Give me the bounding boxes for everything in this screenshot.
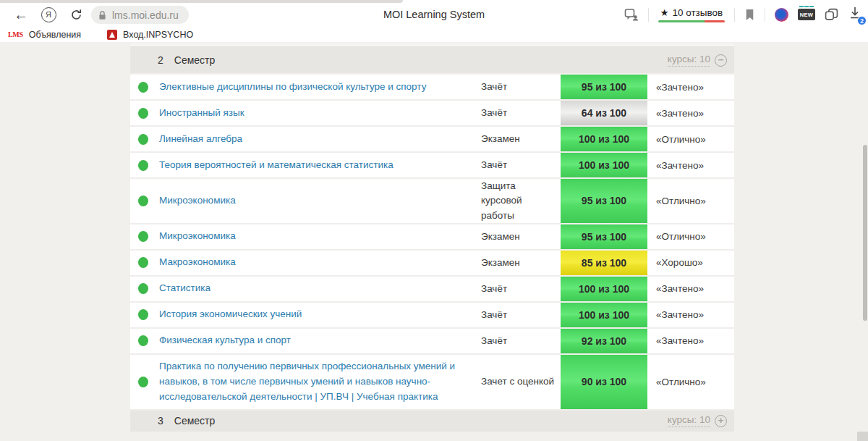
- course-link[interactable]: Микроэкономика: [159, 195, 236, 206]
- bookmark-label: Вход.INPSYCHO: [123, 30, 193, 40]
- browser-chrome: ← Я lms.moi.edu.ru MOI Learning System: [0, 0, 868, 42]
- table-row: МикроэкономикаЗащита курсовой работы95 и…: [130, 179, 734, 224]
- semester-number: 3: [158, 415, 163, 427]
- inpsycho-favicon: [107, 30, 117, 40]
- scrollbar-thumb[interactable]: [863, 145, 867, 321]
- refresh-icon: [70, 9, 82, 21]
- collapse-icon[interactable]: −: [715, 54, 727, 67]
- score-badge: 100 из 100: [561, 303, 647, 327]
- status-dot-icon: [138, 335, 148, 346]
- status-dot-icon: [138, 257, 148, 268]
- courses-count-link[interactable]: курсы: 10: [668, 414, 710, 427]
- table-row: Физическая культура и спортЗачёт92 из 10…: [130, 329, 734, 355]
- status-cell: [130, 335, 159, 346]
- back-button[interactable]: ←: [10, 2, 32, 27]
- status-dot-icon: [138, 108, 148, 119]
- courses-count-link[interactable]: курсы: 10: [668, 54, 710, 66]
- course-link[interactable]: Макроэкономика: [159, 256, 236, 267]
- status-dot-icon: [138, 309, 148, 320]
- table-row: МикроэкономикаЭкзамен95 из 100«Отлично»: [130, 224, 734, 251]
- course-link[interactable]: Линейная алгебра: [159, 133, 242, 144]
- url-text: lms.moi.edu.ru: [112, 9, 179, 21]
- status-cell: [130, 134, 159, 145]
- status-cell: [130, 283, 159, 294]
- status-cell: [130, 108, 159, 119]
- score-badge: 92 из 100: [561, 329, 647, 353]
- semester-number: 2: [158, 54, 163, 66]
- grade-text: «Отлично»: [647, 196, 734, 206]
- semester-3-header: 3 Семестр курсы: 10 +: [130, 411, 734, 432]
- semester-title: Семестр: [174, 54, 216, 66]
- bookmark-flag-icon[interactable]: [744, 9, 755, 21]
- grade-text: «Зачтено»: [647, 335, 734, 346]
- table-row: Линейная алгебраЭкзамен100 из 100«Отличн…: [130, 127, 734, 153]
- table-row: Иностранный языкЗачёт64 из 100«Зачтено»: [130, 101, 734, 127]
- course-link[interactable]: Теория вероятностей и математическая ста…: [159, 159, 393, 170]
- bookmark-announcements[interactable]: LMS Объявления: [8, 30, 81, 40]
- assessment-type: Зачёт: [481, 334, 561, 348]
- grade-text: «Зачтено»: [647, 283, 734, 294]
- status-cell: [130, 196, 159, 206]
- refresh-button[interactable]: [65, 2, 87, 27]
- score-badge: 85 из 100: [561, 251, 647, 275]
- course-link[interactable]: Элективные дисциплины по физической куль…: [159, 81, 426, 92]
- score-badge: 100 из 100: [561, 127, 647, 151]
- reviews-label: 10 отзывов: [672, 7, 723, 18]
- rating-positive-segment: [658, 20, 705, 22]
- grade-text: «Зачтено»: [647, 309, 734, 320]
- downloads-button[interactable]: 2: [848, 5, 864, 24]
- score-badge: 100 из 100: [561, 277, 647, 301]
- assessment-type: Зачет с оценкой: [481, 374, 561, 389]
- table-row: Элективные дисциплины по физической куль…: [130, 75, 734, 101]
- grade-text: «Зачтено»: [647, 160, 734, 171]
- reviews-rating-bar: [658, 20, 725, 22]
- collections-icon[interactable]: [825, 8, 838, 21]
- score-badge: 90 из 100: [561, 355, 647, 409]
- course-link[interactable]: Физическая культура и спорт: [159, 335, 291, 345]
- course-table-rows: Элективные дисциплины по физической куль…: [130, 75, 734, 411]
- status-dot-icon: [138, 134, 148, 145]
- course-link[interactable]: Иностранный язык: [159, 107, 244, 118]
- yandex-logo-icon: Я: [41, 7, 56, 22]
- grade-text: «Отлично»: [647, 231, 734, 242]
- status-cell: [130, 231, 159, 242]
- rating-negative-segment: [705, 20, 725, 22]
- page-body: 2 Семестр курсы: 10 − Элективные дисципл…: [0, 43, 868, 441]
- grade-text: «Хорошо»: [647, 257, 734, 268]
- address-bar[interactable]: lms.moi.edu.ru: [91, 6, 189, 24]
- status-cell: [130, 309, 159, 320]
- new-feature-icon[interactable]: NEW: [798, 9, 815, 20]
- status-dot-icon: [138, 160, 148, 171]
- status-cell: [130, 82, 159, 93]
- page-title: MOI Learning System: [383, 2, 485, 27]
- course-link[interactable]: История экономических учений: [159, 308, 302, 319]
- assessment-type: Экзамен: [481, 230, 561, 244]
- lock-icon: [98, 10, 107, 20]
- bookmark-label: Объявления: [29, 30, 81, 40]
- lms-favicon: LMS: [8, 30, 23, 38]
- browser-extension-icon[interactable]: [775, 8, 788, 22]
- status-cell: [130, 377, 159, 387]
- status-dot-icon: [138, 231, 148, 242]
- protect-icon[interactable]: [624, 8, 639, 21]
- bookmarks-bar: LMS Объявления Вход.INPSYCHO: [0, 27, 868, 42]
- reviews-widget[interactable]: ★ 10 отзывов: [658, 7, 725, 22]
- table-row: Теория вероятностей и математическая ста…: [130, 153, 734, 179]
- browser-toolbar: ← Я lms.moi.edu.ru MOI Learning System: [0, 2, 868, 27]
- course-link[interactable]: Практика по получению первичных професси…: [159, 361, 455, 402]
- course-link[interactable]: Статистика: [159, 282, 210, 293]
- status-cell: [130, 160, 159, 171]
- assessment-type: Зачёт: [481, 158, 561, 172]
- bookmark-inpsycho[interactable]: Вход.INPSYCHO: [107, 30, 193, 40]
- grade-text: «Зачтено»: [647, 82, 734, 93]
- table-row: История экономических ученийЗачёт100 из …: [130, 303, 734, 329]
- grade-text: «Зачтено»: [647, 108, 734, 119]
- assessment-type: Экзамен: [481, 132, 561, 146]
- course-link[interactable]: Микроэкономика: [159, 230, 236, 241]
- yandex-home-button[interactable]: Я: [38, 2, 59, 27]
- expand-icon[interactable]: +: [715, 415, 727, 427]
- score-badge: 95 из 100: [561, 179, 647, 223]
- divider: [734, 8, 735, 22]
- score-badge: 95 из 100: [561, 75, 647, 99]
- toolbar-right-cluster: ★ 10 отзывов NEW: [624, 2, 864, 27]
